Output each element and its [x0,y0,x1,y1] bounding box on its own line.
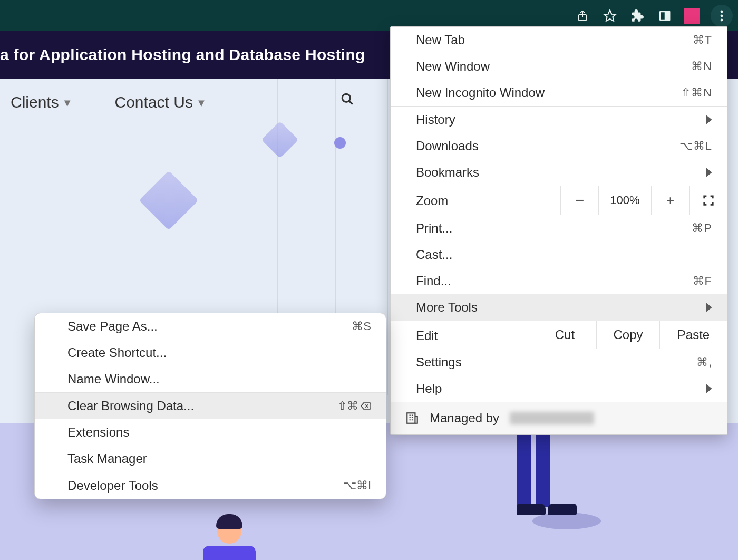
zoom-in-button[interactable]: + [651,186,689,215]
svg-point-5 [721,14,723,17]
menu-bookmarks[interactable]: Bookmarks [391,159,727,186]
menu-more-tools[interactable]: More Tools [391,294,727,321]
search-icon[interactable] [341,92,354,106]
share-icon[interactable] [574,7,591,25]
edit-paste-button[interactable]: Paste [659,321,727,349]
decorative-diamond [261,121,299,159]
menu-item-label: Managed by [430,411,499,426]
menu-history[interactable]: History [391,107,727,133]
menu-edit: Edit Cut Copy Paste [391,321,727,349]
menu-item-label: Downloads [416,139,479,153]
redacted-text [510,412,594,424]
submenu-task-manager[interactable]: Task Manager [35,446,386,472]
svg-marker-11 [706,384,712,393]
side-panel-icon[interactable] [656,7,674,25]
svg-rect-12 [407,413,415,423]
submenu-extensions[interactable]: Extensions [35,419,386,446]
menu-zoom: Zoom − 100% + [391,186,727,215]
menu-item-label: Find... [416,274,451,288]
fullscreen-button[interactable] [689,186,727,215]
menu-managed-by[interactable]: Managed by [391,402,727,434]
menu-item-label: Bookmarks [416,165,479,180]
menu-shortcut: ⌘T [693,33,712,47]
menu-item-label: More Tools [416,300,478,315]
svg-point-7 [342,94,350,102]
edit-copy-button[interactable]: Copy [596,321,659,349]
nav-clients[interactable]: Clients▼ [11,93,73,111]
menu-item-label: New Tab [416,33,465,47]
menu-shortcut: ⇧⌘N [681,86,712,100]
menu-item-label: Developer Tools [67,478,158,493]
chevron-right-icon [706,303,712,312]
menu-cast[interactable]: Cast... [391,242,727,268]
browser-more-button[interactable] [711,5,733,27]
menu-shortcut: ⌥⌘I [343,479,371,493]
menu-print[interactable]: Print... ⌘P [391,215,727,242]
menu-item-label: Name Window... [67,372,160,387]
extensions-icon[interactable] [628,7,646,25]
page-title: a for Application Hosting and Database H… [0,46,365,64]
decorative-dot [334,137,346,149]
menu-shortcut: ⌘F [693,274,712,288]
nav-contact[interactable]: Contact Us▼ [115,93,207,111]
decorative-line [387,79,388,395]
menu-find[interactable]: Find... ⌘F [391,268,727,294]
menu-item-label: Create Shortcut... [67,345,167,360]
submenu-save-page[interactable]: Save Page As... ⌘S [35,313,386,340]
menu-item-label: Zoom [391,186,560,215]
menu-item-label: New Incognito Window [416,85,545,100]
nav-clients-label: Clients [11,93,59,111]
chevron-down-icon: ▼ [62,97,73,109]
illustration-person [517,433,577,517]
menu-shortcut: ⌘N [691,60,712,73]
menu-shortcut: ⌘P [692,221,712,235]
menu-new-window[interactable]: New Window ⌘N [391,53,727,80]
menu-item-label: Settings [416,355,462,370]
chevron-right-icon [706,115,712,124]
building-icon [405,411,419,425]
more-tools-submenu: Save Page As... ⌘S Create Shortcut... Na… [34,313,386,499]
edit-cut-button[interactable]: Cut [533,321,596,349]
menu-help[interactable]: Help [391,375,727,402]
svg-marker-1 [604,10,616,21]
chevron-right-icon [706,384,712,393]
svg-marker-8 [706,115,712,124]
svg-point-6 [721,18,723,21]
menu-new-tab[interactable]: New Tab ⌘T [391,27,727,53]
menu-shortcut: ⌘, [696,355,712,369]
menu-settings[interactable]: Settings ⌘, [391,349,727,375]
menu-item-label: Print... [416,221,452,236]
submenu-create-shortcut[interactable]: Create Shortcut... [35,340,386,366]
submenu-clear-browsing-data[interactable]: Clear Browsing Data... ⇧⌘ [35,393,386,419]
zoom-out-button[interactable]: − [560,186,598,215]
chevron-right-icon [706,168,712,177]
menu-item-label: Task Manager [67,451,147,466]
menu-new-incognito[interactable]: New Incognito Window ⇧⌘N [391,80,727,106]
zoom-value: 100% [598,186,651,215]
profile-avatar[interactable] [683,7,701,25]
menu-downloads[interactable]: Downloads ⌥⌘L [391,133,727,159]
menu-item-label: Cast... [416,247,452,262]
browser-menu: New Tab ⌘T New Window ⌘N New Incognito W… [390,26,727,435]
submenu-developer-tools[interactable]: Developer Tools ⌥⌘I [35,472,386,499]
submenu-name-window[interactable]: Name Window... [35,366,386,392]
svg-marker-9 [706,168,712,177]
menu-shortcut: ⇧⌘ [337,399,371,413]
menu-item-label: Help [416,381,442,396]
svg-marker-10 [706,303,712,312]
menu-shortcut: ⌥⌘L [679,139,712,153]
menu-item-label: Clear Browsing Data... [67,399,194,413]
menu-item-label: Edit [391,321,533,349]
menu-shortcut: ⌘S [352,320,371,333]
star-icon[interactable] [601,7,619,25]
menu-item-label: Extensions [67,425,129,440]
menu-item-label: History [416,112,455,127]
svg-point-4 [721,10,723,13]
nav-contact-label: Contact Us [115,93,193,111]
decorative-diamond [139,170,198,230]
menu-item-label: Save Page As... [67,319,158,334]
chevron-down-icon: ▼ [196,97,207,109]
svg-rect-3 [665,12,669,20]
menu-item-label: New Window [416,59,490,74]
illustration-person-sitting [203,514,256,560]
